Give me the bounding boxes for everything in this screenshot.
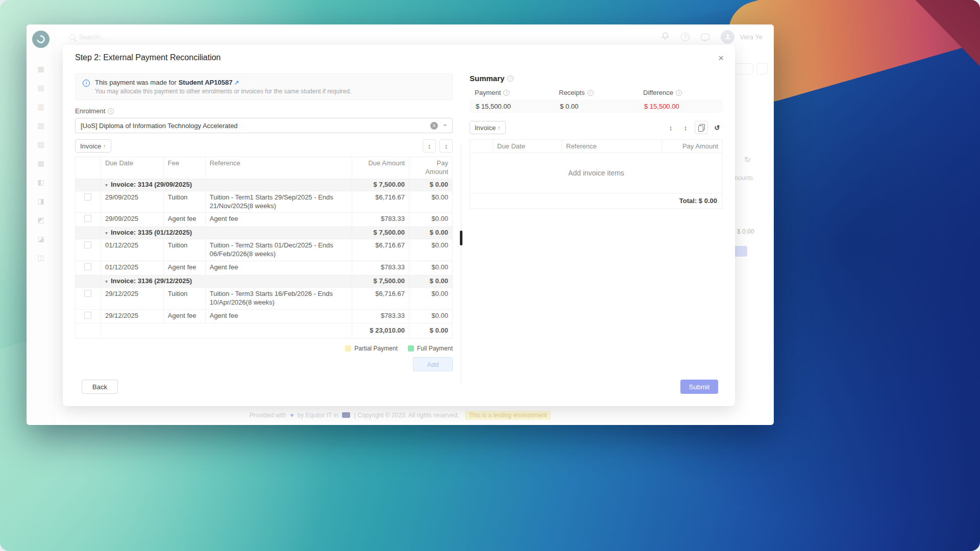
summary-toolbar: Invoice ↑ ↕ ↕ ↺ bbox=[470, 121, 723, 134]
expand-icon: ↕ bbox=[428, 142, 431, 150]
cell-due-amount: $783.33 bbox=[352, 309, 409, 323]
summary-stat-values: $ 15,500.00 $ 0.00 $ 15,500.00 bbox=[470, 99, 723, 113]
collapse-rows-button[interactable]: ↕ bbox=[439, 139, 453, 153]
cell-pay-amount: $0.00 bbox=[409, 191, 453, 213]
invoice-sort-button[interactable]: Invoice ↑ bbox=[75, 139, 111, 153]
submit-button[interactable]: Submit bbox=[680, 380, 718, 394]
invoice-item-row: 29/12/2025 Tuition Tuition - Term3 Start… bbox=[76, 287, 453, 309]
table-header-row: Due Date Fee Reference Due Amount Pay Am… bbox=[76, 157, 453, 179]
external-link-icon[interactable]: ↗ bbox=[234, 79, 239, 86]
pane-splitter[interactable] bbox=[453, 67, 470, 406]
invoice-item-row: 01/12/2025 Agent fee Agent fee $783.33 $… bbox=[76, 261, 453, 276]
cell-pay-amount: $0.00 bbox=[409, 309, 453, 323]
enrolment-value: [UoS] Diploma of Information Technology … bbox=[81, 122, 430, 130]
cell-due-date: 01/12/2025 bbox=[101, 239, 163, 261]
summary-table-header: Due Date Reference Pay Amount bbox=[470, 140, 722, 153]
payment-value: $ 15,500.00 bbox=[470, 103, 554, 110]
invoice-group-row[interactable]: ▾Invoice: 3134 (29/09/2025) $ 7,500.00 $… bbox=[76, 179, 453, 191]
payment-legend: Partial Payment Full Payment bbox=[75, 345, 453, 352]
col-due-date: Due Date bbox=[101, 157, 163, 179]
allocation-table: Due Date Fee Reference Due Amount Pay Am… bbox=[75, 157, 453, 339]
group-pay-amount: $ 0.00 bbox=[409, 275, 453, 287]
total-pay-amount: $ 0.00 bbox=[409, 323, 453, 339]
info-icon: i bbox=[507, 76, 513, 82]
total-due-amount: $ 23,010.00 bbox=[352, 323, 409, 339]
summary-total: Total: $ 0.00 bbox=[679, 197, 717, 205]
history-icon: ↺ bbox=[715, 124, 720, 132]
collapse-caret-icon[interactable]: ▾ bbox=[105, 279, 108, 284]
history-button[interactable]: ↺ bbox=[712, 121, 723, 134]
reconciliation-modal: Step 2: External Payment Reconciliation … bbox=[63, 45, 735, 406]
collapse-caret-icon[interactable]: ▾ bbox=[105, 230, 108, 236]
cell-fee: Agent fee bbox=[163, 309, 205, 323]
modal-body: i This payment was made forStudent AP105… bbox=[63, 67, 735, 406]
cell-reference: Tuition - Term1 Starts 29/Sep/2025 - End… bbox=[205, 191, 352, 213]
splitter-handle[interactable] bbox=[460, 231, 462, 245]
cell-reference: Agent fee bbox=[205, 213, 352, 227]
cell-due-amount: $6,716.67 bbox=[352, 239, 409, 261]
row-checkbox[interactable] bbox=[84, 193, 91, 201]
student-link[interactable]: Student AP10587 bbox=[179, 79, 233, 86]
banner-prefix: This payment was made for bbox=[95, 79, 177, 86]
difference-label: Difference bbox=[643, 89, 673, 96]
sort-asc-icon: ↑ bbox=[498, 124, 501, 131]
chevron-down-icon[interactable] bbox=[443, 124, 447, 129]
invoice-group-title: Invoice: 3136 (29/12/2025) bbox=[111, 277, 192, 285]
col-due-amount: Due Amount bbox=[352, 157, 409, 179]
expand-rows-button[interactable]: ↕ bbox=[665, 121, 676, 134]
modal-title: Step 2: External Payment Reconciliation bbox=[75, 53, 220, 62]
col-due-date: Due Date bbox=[493, 140, 562, 153]
partial-payment-label: Partial Payment bbox=[354, 345, 398, 352]
close-button[interactable]: × bbox=[718, 53, 724, 63]
enrolment-select[interactable]: [UoS] Diploma of Information Technology … bbox=[75, 118, 453, 133]
invoice-group-title: Invoice: 3135 (01/12/2025) bbox=[111, 229, 192, 236]
banner-subtext: You may allocate this payment to other e… bbox=[95, 88, 446, 95]
expand-icon: ↕ bbox=[669, 124, 673, 132]
collapse-rows-button[interactable]: ↕ bbox=[680, 121, 691, 134]
row-checkbox[interactable] bbox=[84, 312, 91, 319]
row-checkbox[interactable] bbox=[84, 263, 91, 270]
collapse-icon: ↕ bbox=[684, 124, 688, 132]
receipts-value: $ 0.00 bbox=[554, 103, 638, 110]
invoice-sort-label: Invoice bbox=[80, 142, 101, 150]
allocation-toolbar: Invoice ↑ ↕ ↕ bbox=[75, 139, 453, 153]
copy-icon bbox=[698, 124, 704, 131]
cell-fee: Agent fee bbox=[163, 213, 205, 227]
copy-button[interactable] bbox=[695, 121, 708, 134]
cell-pay-amount: $0.00 bbox=[409, 213, 453, 227]
invoice-item-row: 01/12/2025 Tuition Tuition - Term2 Start… bbox=[76, 239, 453, 261]
group-due-amount: $ 7,500.00 bbox=[352, 227, 409, 239]
full-payment-swatch bbox=[408, 345, 414, 352]
splitter-line bbox=[461, 144, 461, 385]
clear-icon[interactable]: × bbox=[430, 122, 438, 130]
invoice-item-row: 29/09/2025 Agent fee Agent fee $783.33 $… bbox=[76, 213, 453, 227]
summary-pane: Summary i Paymenti Receiptsi Differencei… bbox=[470, 67, 723, 406]
info-icon: i bbox=[587, 90, 594, 96]
col-pay-amount: Pay Amount bbox=[662, 140, 722, 153]
info-icon: i bbox=[108, 108, 114, 114]
cell-due-date: 01/12/2025 bbox=[101, 261, 163, 276]
enrolment-label-text: Enrolment bbox=[75, 107, 105, 115]
invoice-item-row: 29/09/2025 Tuition Tuition - Term1 Start… bbox=[76, 191, 453, 213]
expand-rows-button[interactable]: ↕ bbox=[423, 139, 436, 153]
select-all-header bbox=[470, 140, 493, 153]
select-all-header bbox=[76, 157, 101, 179]
row-checkbox[interactable] bbox=[84, 215, 91, 222]
invoice-group-row[interactable]: ▾Invoice: 3135 (01/12/2025) $ 7,500.00 $… bbox=[76, 227, 453, 239]
row-checkbox[interactable] bbox=[84, 241, 91, 248]
receipts-label: Receipts bbox=[559, 89, 585, 96]
info-icon: i bbox=[676, 90, 682, 96]
collapse-caret-icon[interactable]: ▾ bbox=[105, 182, 108, 188]
difference-value: $ 15,500.00 bbox=[638, 103, 722, 110]
full-payment-label: Full Payment bbox=[417, 345, 453, 352]
app-window: ▦ ▤ ▥ ▧ ▨ ▩ ◧ ◨ ◩ ◪ ◫ Search... ? bbox=[27, 24, 774, 425]
cell-due-date: 29/12/2025 bbox=[101, 309, 163, 323]
invoice-group-row[interactable]: ▾Invoice: 3136 (29/12/2025) $ 7,500.00 $… bbox=[76, 275, 453, 287]
row-checkbox[interactable] bbox=[84, 290, 91, 297]
add-button[interactable]: Add bbox=[413, 357, 453, 371]
summary-invoice-sort-button[interactable]: Invoice ↑ bbox=[470, 121, 506, 134]
cell-due-amount: $6,716.67 bbox=[352, 191, 409, 213]
back-button[interactable]: Back bbox=[82, 380, 118, 394]
enrolment-label: Enrolment i bbox=[75, 107, 453, 115]
close-icon: × bbox=[718, 53, 724, 63]
